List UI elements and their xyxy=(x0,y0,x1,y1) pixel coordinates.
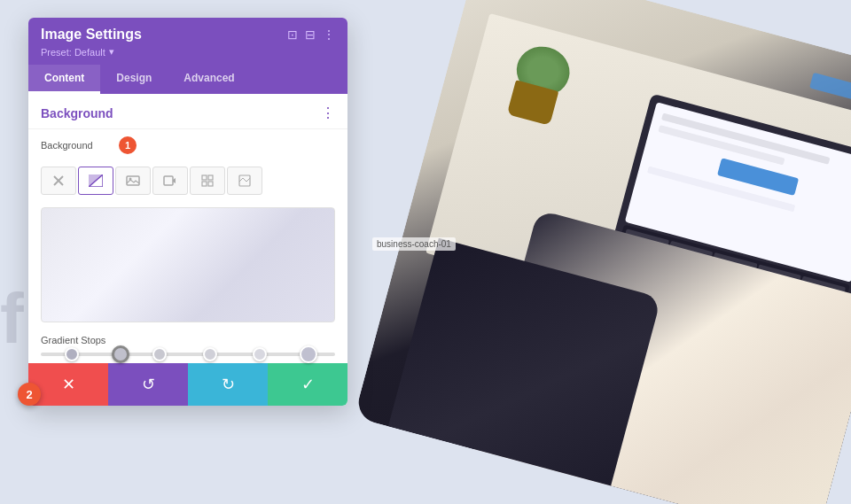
panel-tabs: Content Design Advanced xyxy=(28,65,347,94)
preset-arrow-icon: ▾ xyxy=(109,46,114,58)
panel-content: Background ⋮ Background 1 xyxy=(28,94,347,363)
gradient-icon xyxy=(89,174,103,187)
svg-rect-10 xyxy=(202,182,207,186)
bg-type-gradient[interactable] xyxy=(78,167,113,195)
panel-title-row: Image Settings ⊡ ⊟ ⋮ xyxy=(41,27,335,43)
resize-icon[interactable]: ⊡ xyxy=(287,27,298,42)
section-header: Background ⋮ xyxy=(28,94,347,129)
svg-rect-12 xyxy=(239,175,250,186)
gradient-stop-1[interactable] xyxy=(65,347,79,361)
pattern-icon xyxy=(201,174,214,187)
more-icon[interactable]: ⋮ xyxy=(323,27,335,42)
right-image-area xyxy=(337,0,851,504)
background-field-label: Background xyxy=(41,140,112,151)
gradient-stop-4[interactable] xyxy=(203,347,217,361)
section-title: Background xyxy=(41,106,113,120)
action-bar: ✕ ↺ ↻ ✓ xyxy=(28,363,347,406)
svg-rect-4 xyxy=(127,176,139,185)
badge-2: 2 xyxy=(18,383,41,406)
undo-button[interactable]: ↺ xyxy=(108,363,188,406)
badge-1: 1 xyxy=(119,136,137,154)
panel-title: Image Settings xyxy=(41,27,142,43)
video-icon xyxy=(163,175,177,186)
svg-rect-9 xyxy=(208,175,213,180)
panel-header-icons: ⊡ ⊟ ⋮ xyxy=(287,27,335,42)
tab-content[interactable]: Content xyxy=(28,65,100,94)
gradient-preview xyxy=(41,207,335,322)
image-settings-panel: Image Settings ⊡ ⊟ ⋮ Preset: Default ▾ C… xyxy=(28,18,347,406)
cancel-button[interactable]: ✕ xyxy=(28,363,108,406)
svg-rect-11 xyxy=(208,182,213,186)
gradient-stop-6[interactable] xyxy=(300,345,317,363)
gradient-slider-row xyxy=(28,349,347,363)
background-field-row: Background 1 xyxy=(28,129,347,161)
tab-design[interactable]: Design xyxy=(100,65,168,94)
bg-type-pattern[interactable] xyxy=(190,167,225,195)
gradient-stop-3[interactable] xyxy=(152,347,167,361)
image-icon xyxy=(126,175,140,186)
bg-type-row xyxy=(28,161,347,200)
bg-type-mask[interactable] xyxy=(227,167,262,195)
gradient-stop-5[interactable] xyxy=(253,347,267,361)
mask-icon xyxy=(238,174,251,187)
preset-label: Preset: Default xyxy=(41,47,105,58)
bg-type-image[interactable] xyxy=(115,167,151,195)
bg-type-video[interactable] xyxy=(152,167,188,195)
redo-button[interactable]: ↻ xyxy=(188,363,268,406)
save-button[interactable]: ✓ xyxy=(268,363,347,406)
gradient-slider-track[interactable] xyxy=(41,353,335,356)
tab-advanced[interactable]: Advanced xyxy=(168,65,250,94)
section-menu-icon[interactable]: ⋮ xyxy=(321,105,335,121)
svg-rect-6 xyxy=(164,176,173,185)
preset-row[interactable]: Preset: Default ▾ xyxy=(41,46,335,58)
gradient-stop-2[interactable] xyxy=(112,345,129,363)
columns-icon[interactable]: ⊟ xyxy=(305,27,316,42)
gradient-stops-label: Gradient Stops xyxy=(28,330,347,349)
bg-type-none[interactable] xyxy=(41,167,76,195)
none-icon xyxy=(52,174,65,187)
image-label: business-coach-01 xyxy=(372,237,456,251)
panel-header: Image Settings ⊡ ⊟ ⋮ Preset: Default ▾ xyxy=(28,18,347,65)
svg-rect-8 xyxy=(202,175,207,180)
